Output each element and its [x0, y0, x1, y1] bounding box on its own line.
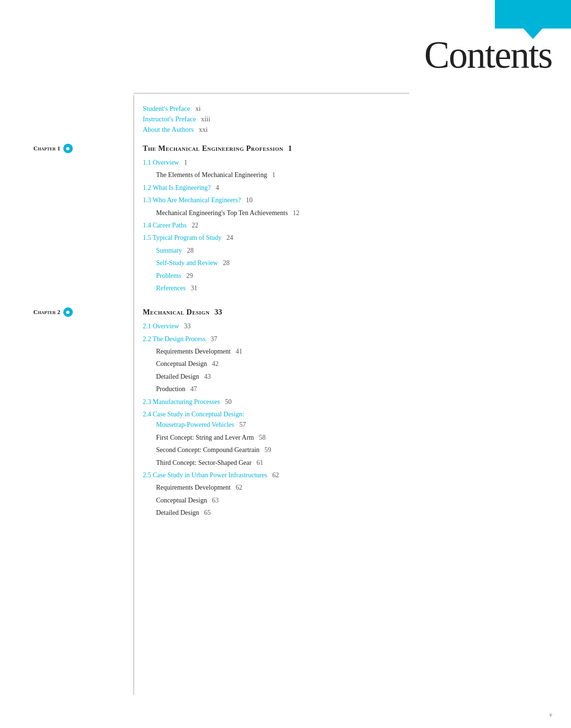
ch1-sub-1: The Elements of Mechanical Engineering 1 — [156, 170, 552, 180]
ch2-req-dev-2-text: Requirements Development — [156, 484, 231, 491]
ch1-selfstudy-link[interactable]: Self-Study and Review — [156, 259, 218, 266]
ch1-sub-2: Mechanical Engineering's Top Ten Achieve… — [156, 208, 552, 218]
about-authors-link[interactable]: About the Authors — [143, 126, 194, 133]
ch2-entry-1: 2.1 Overview 33 — [143, 321, 552, 332]
ch1-1-4-link[interactable]: 1.4 Career Paths — [143, 222, 187, 229]
chapter-1-page: 1 — [288, 144, 292, 153]
ch2-entry-2: 2.2 The Design Process 37 — [143, 334, 552, 344]
preface-line-3: About the Authors xxi — [143, 126, 552, 134]
ch2-concept-design-text: Conceptual Design — [156, 360, 207, 367]
ch2-2-3-link[interactable]: 2.3 Manufacturing Processes — [143, 398, 220, 405]
students-preface-link[interactable]: Student's Preface — [143, 105, 190, 112]
ch2-sub-7: Third Concept: Sector-Shaped Gear 61 — [156, 458, 552, 468]
ch2-2-2-link[interactable]: 2.2 The Design Process — [143, 335, 206, 343]
chapter-2-title: Mechanical Design — [143, 308, 210, 316]
ch1-1-2-link[interactable]: 1.2 What Is Engineering? — [143, 184, 211, 191]
ch2-detailed-design-2-text: Detailed Design — [156, 509, 199, 516]
ch2-second-concept-text: Second Concept: Compound Geartrain — [156, 446, 259, 453]
ch1-entry-5: 1.5 Typical Program of Study 24 — [143, 233, 552, 243]
ch1-entry-4: 1.4 Career Paths 22 — [143, 220, 552, 231]
ch1-1-1-link[interactable]: 1.1 Overview — [143, 159, 179, 166]
chapter-2-label-area: Chapter 2 — [33, 307, 73, 317]
ch1-entry-2: 1.2 What Is Engineering? 4 — [143, 183, 552, 193]
ch1-problems-link[interactable]: Problems — [156, 272, 181, 279]
ch2-sub-9: Conceptual Design 63 — [156, 495, 552, 506]
chapter-1-title: The Mechanical Engineering Profession — [143, 144, 284, 153]
instructors-preface-link[interactable]: Instructor's Preface — [143, 115, 196, 123]
ch2-req-dev-text: Requirements Development — [156, 348, 231, 355]
ch2-2-1-link[interactable]: 2.1 Overview — [143, 323, 179, 330]
ch2-first-concept-text: First Concept: String and Lever Arm — [156, 434, 254, 441]
page-number: v — [550, 711, 552, 718]
ch2-sub-6: Second Concept: Compound Geartrain 59 — [156, 445, 552, 455]
ch2-entry-4-line2: Mousetrap-Powered Vehicles 57 — [156, 420, 552, 430]
preface-line-1: Student's Preface xi — [143, 105, 552, 113]
vertical-rule — [133, 95, 134, 695]
ch1-summary-link[interactable]: Summary — [156, 247, 182, 254]
ch1-1-5-link[interactable]: 1.5 Typical Program of Study — [143, 234, 222, 241]
ch1-references: References 31 — [156, 283, 552, 294]
chapter-1-block: Chapter 1 The Mechanical Engineering Pro… — [143, 144, 552, 294]
ch2-2-4-link-2[interactable]: Mousetrap-Powered Vehicles — [156, 421, 234, 428]
ch2-entry-4-line1: 2.4 Case Study in Conceptual Design: — [143, 409, 552, 420]
ch2-entry-5: 2.5 Case Study in Urban Power Infrastruc… — [143, 470, 552, 481]
ch2-sub-5: First Concept: String and Lever Arm 58 — [156, 433, 552, 443]
toc-content: Student's Preface xi Instructor's Prefac… — [143, 105, 552, 533]
chapter-2-block: Chapter 2 Mechanical Design 33 2.1 Overv… — [143, 308, 552, 518]
chapter-2-icon — [63, 307, 73, 317]
ch2-sub-3: Detailed Design 43 — [156, 372, 552, 382]
ch1-entry-3: 1.3 Who Are Mechanical Engineers? 10 — [143, 195, 552, 206]
chapter-1-icon — [63, 144, 73, 153]
ch2-third-concept-text: Third Concept: Sector-Shaped Gear — [156, 459, 252, 466]
ch2-entry-3: 2.3 Manufacturing Processes 50 — [143, 397, 552, 407]
ch1-summary: Summary 28 — [156, 246, 552, 256]
ch1-1-3-link[interactable]: 1.3 Who Are Mechanical Engineers? — [143, 197, 241, 204]
preface-section: Student's Preface xi Instructor's Prefac… — [143, 105, 552, 134]
ch1-entry-1: 1.1 Overview 1 — [143, 157, 552, 168]
ch2-production-text: Production — [156, 385, 185, 393]
ch2-concept-design-2-text: Conceptual Design — [156, 497, 207, 504]
ch1-selfstudy: Self-Study and Review 28 — [156, 258, 552, 268]
horizontal-rule — [133, 93, 409, 94]
ch2-2-4-link[interactable]: 2.4 Case Study in Conceptual Design: — [143, 411, 244, 418]
ch1-elements-text: The Elements of Mechanical Engineering — [156, 171, 267, 178]
ch1-references-link[interactable]: References — [156, 285, 186, 292]
ch2-sub-8: Requirements Development 62 — [156, 482, 552, 493]
chapter-2-icon-inner — [66, 311, 69, 314]
ch2-sub-4: Production 47 — [156, 384, 552, 394]
top-tab — [495, 0, 571, 29]
ch2-detailed-design-text: Detailed Design — [156, 373, 199, 380]
ch2-sub-1: Requirements Development 41 — [156, 346, 552, 357]
ch2-sub-2: Conceptual Design 42 — [156, 359, 552, 369]
chapter-2-page: 33 — [215, 308, 222, 316]
ch2-2-5-link[interactable]: 2.5 Case Study in Urban Power Infrastruc… — [143, 472, 267, 479]
ch1-problems: Problems 29 — [156, 271, 552, 281]
chapter-2-label: Chapter 2 — [33, 308, 60, 316]
ch2-sub-10: Detailed Design 65 — [156, 508, 552, 518]
preface-line-2: Instructor's Preface xiii — [143, 115, 552, 123]
chapter-1-label-area: Chapter 1 — [33, 144, 73, 153]
ch1-top10-text: Mechanical Engineering's Top Ten Achieve… — [156, 209, 288, 216]
chapter-1-icon-inner — [66, 147, 69, 150]
ch2-entry-4: 2.4 Case Study in Conceptual Design: Mou… — [143, 409, 552, 431]
chapter-1-label: Chapter 1 — [33, 145, 60, 152]
page-title: Contents — [424, 33, 552, 77]
